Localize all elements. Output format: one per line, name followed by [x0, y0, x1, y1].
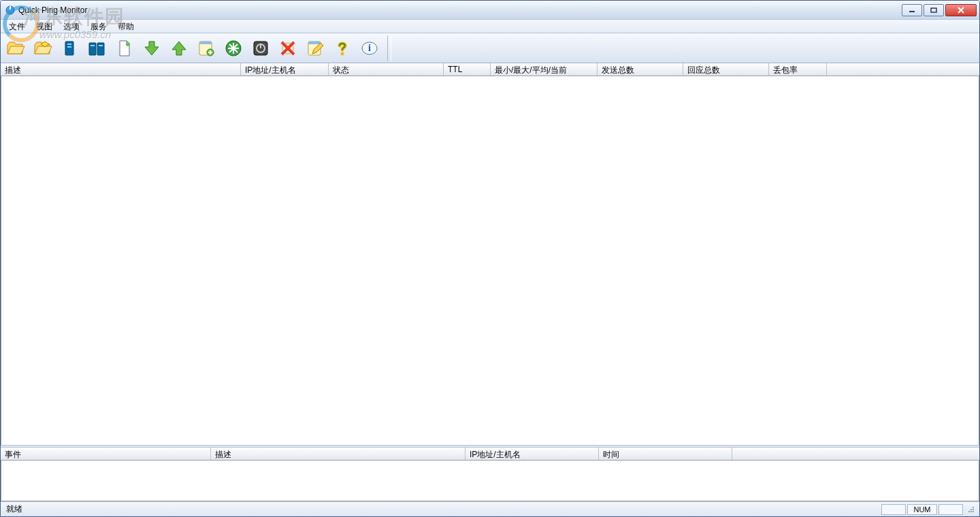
statusbar: 就绪 NUM: [1, 501, 979, 516]
options-icon[interactable]: [221, 36, 246, 61]
multi-host-icon[interactable]: [85, 36, 110, 61]
col-loss[interactable]: 丢包率: [769, 63, 827, 76]
svg-rect-10: [97, 43, 104, 55]
col-event-filler[interactable]: [732, 448, 979, 460]
svg-text:i: i: [368, 43, 371, 53]
svg-rect-12: [99, 45, 103, 46]
svg-rect-35: [973, 507, 974, 508]
svg-rect-38: [968, 511, 970, 512]
svg-rect-11: [91, 45, 95, 46]
event-table-header: 事件 描述 IP地址/主机名 时间: [1, 448, 979, 461]
down-arrow-icon[interactable]: [140, 36, 164, 61]
single-host-icon[interactable]: [58, 36, 82, 61]
svg-rect-31: [308, 41, 321, 44]
main-table-header: 描述 IP地址/主机名 状态 TTL 最小/最大/平均/当前 发送总数 回应总数…: [1, 63, 979, 76]
svg-rect-9: [89, 43, 96, 55]
col-event-time[interactable]: 时间: [599, 448, 732, 460]
edit-icon[interactable]: [303, 36, 327, 61]
maximize-button[interactable]: [924, 4, 944, 16]
col-status[interactable]: 状态: [329, 63, 444, 76]
menu-help[interactable]: 帮助: [112, 20, 140, 33]
help-icon[interactable]: [330, 36, 355, 61]
svg-rect-1: [10, 6, 11, 10]
col-ttl[interactable]: TTL: [444, 63, 491, 76]
page-icon[interactable]: [112, 36, 137, 61]
svg-point-32: [341, 52, 344, 55]
svg-rect-8: [67, 46, 71, 48]
col-minmax[interactable]: 最小/最大/平均/当前: [491, 63, 598, 76]
menu-view[interactable]: 视图: [31, 20, 58, 33]
titlebar[interactable]: Quick Ping Monitor: [1, 1, 979, 20]
col-main-filler[interactable]: [827, 63, 979, 76]
svg-rect-37: [973, 509, 974, 510]
about-icon[interactable]: i: [357, 36, 382, 61]
stop-icon[interactable]: [248, 36, 273, 61]
col-event-desc[interactable]: 描述: [211, 448, 466, 460]
col-description[interactable]: 描述: [1, 63, 241, 76]
status-well-3: [938, 504, 963, 515]
delete-icon[interactable]: [276, 36, 300, 61]
status-numlock: NUM: [907, 504, 937, 515]
open-mail-icon[interactable]: [31, 36, 55, 61]
resize-grip-icon[interactable]: [966, 504, 977, 515]
status-text: 就绪: [3, 503, 22, 515]
col-sent[interactable]: 发送总数: [598, 63, 683, 76]
open-folder-icon[interactable]: [3, 36, 28, 61]
up-arrow-icon[interactable]: [167, 36, 191, 61]
svg-rect-7: [67, 44, 71, 45]
window-title: Quick Ping Monitor: [18, 5, 87, 15]
svg-rect-36: [970, 509, 972, 510]
menu-file[interactable]: 文件: [3, 20, 31, 33]
col-event-ip[interactable]: IP地址/主机名: [466, 448, 599, 460]
toolbar-handle[interactable]: [387, 35, 391, 61]
svg-rect-39: [970, 511, 972, 512]
col-received[interactable]: 回应总数: [683, 63, 769, 76]
svg-rect-40: [973, 511, 974, 512]
svg-rect-15: [199, 41, 212, 44]
menubar: 文件 视图 选项 服务 帮助: [1, 20, 979, 33]
menu-service[interactable]: 服务: [85, 20, 112, 33]
svg-rect-3: [931, 8, 936, 12]
col-ip-host[interactable]: IP地址/主机名: [241, 63, 329, 76]
svg-point-13: [126, 42, 130, 46]
app-icon: [5, 5, 16, 16]
note-add-icon[interactable]: [194, 36, 218, 61]
app-window: Quick Ping Monitor 文件 视图 选项 服务 帮助: [0, 0, 980, 517]
status-well-1: [881, 504, 906, 515]
menu-options[interactable]: 选项: [58, 20, 85, 33]
toolbar: i: [1, 33, 979, 63]
close-button[interactable]: [945, 4, 977, 16]
main-list-pane[interactable]: [1, 76, 979, 445]
col-event[interactable]: 事件: [1, 448, 211, 460]
minimize-button[interactable]: [902, 4, 922, 16]
event-list-pane[interactable]: [1, 461, 979, 501]
